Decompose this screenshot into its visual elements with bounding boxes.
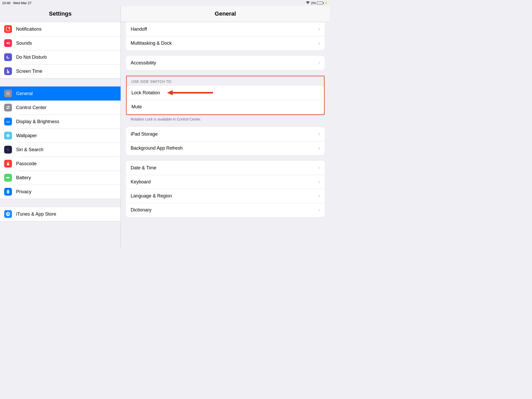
sidebar-item-label: Passcode: [16, 161, 37, 167]
detail-row-label: iPad Storage: [131, 131, 158, 137]
detail-row-label: Dictionary: [131, 207, 151, 213]
sidebar-item-label: Screen Time: [16, 69, 42, 74]
chevron-right-icon: ›: [318, 145, 320, 152]
svg-point-1: [9, 28, 10, 29]
annotation-arrow: [167, 90, 213, 95]
annotation-highlight: Use Side Switch To:Lock RotationMute: [126, 76, 325, 115]
sidebar-item-label: Battery: [16, 175, 31, 181]
chevron-right-icon: ›: [318, 26, 320, 32]
dnd-icon: [4, 53, 12, 61]
settings-sidebar: Settings NotificationsSoundsDo Not Distu…: [0, 6, 121, 248]
svg-point-6: [9, 108, 9, 109]
svg-point-5: [7, 106, 8, 107]
chevron-right-icon: ›: [318, 59, 320, 66]
chevron-right-icon: ›: [318, 164, 320, 171]
detail-row-label: Accessibility: [131, 60, 156, 66]
svg-text:AA: AA: [6, 120, 10, 123]
status-time: 10:40: [2, 1, 11, 5]
wifi-icon: [306, 1, 310, 5]
wallpaper-icon: [4, 132, 12, 139]
svg-rect-17: [6, 177, 9, 178]
sidebar-item-label: iTunes & App Store: [16, 211, 56, 217]
detail-pane: General Handoff›Multitasking & Dock›Acce…: [121, 6, 330, 248]
svg-rect-18: [10, 177, 10, 178]
chevron-right-icon: ›: [318, 131, 320, 137]
detail-row-handoff[interactable]: Handoff›: [126, 22, 325, 36]
svg-rect-16: [7, 163, 9, 165]
sidebar-item-itunes-app-store[interactable]: iTunes & App Store: [0, 207, 121, 221]
sidebar-item-passcode[interactable]: Passcode: [0, 157, 121, 171]
detail-row-language-region[interactable]: Language & Region›: [126, 189, 325, 203]
status-date: Wed Mar 27: [13, 1, 32, 5]
detail-row-label: Mute: [131, 104, 142, 110]
sidebar-title: Settings: [0, 6, 121, 22]
sidebar-item-display-brightness[interactable]: AADisplay & Brightness: [0, 115, 121, 129]
detail-row-keyboard[interactable]: Keyboard›: [126, 175, 325, 189]
detail-row-date-time[interactable]: Date & Time›: [126, 161, 325, 175]
controlcenter-icon: [4, 104, 12, 111]
detail-row-ipad-storage[interactable]: iPad Storage›: [126, 127, 325, 141]
sidebar-item-battery[interactable]: Battery: [0, 171, 121, 185]
battery-icon: [4, 174, 12, 182]
detail-row-label: Date & Time: [131, 165, 156, 171]
detail-row-label: Multitasking & Dock: [131, 41, 172, 46]
svg-point-9: [8, 135, 9, 136]
svg-point-2: [8, 93, 9, 94]
battery-icon: [317, 2, 323, 4]
chevron-right-icon: ›: [318, 207, 320, 214]
detail-row-dictionary[interactable]: Dictionary›: [126, 203, 325, 217]
detail-row-accessibility[interactable]: Accessibility›: [126, 56, 325, 70]
sidebar-item-notifications[interactable]: Notifications: [0, 22, 121, 36]
chevron-right-icon: ›: [318, 193, 320, 200]
section-footer: Rotation Lock is available in Control Ce…: [126, 115, 325, 121]
sidebar-item-label: General: [16, 91, 33, 96]
status-bar: 10:40 Wed Mar 27 2% ⚡: [0, 0, 330, 6]
privacy-icon: [4, 188, 12, 196]
screentime-icon: [4, 67, 12, 75]
section-header: Use Side Switch To:: [127, 76, 324, 86]
sidebar-item-label: Notifications: [16, 26, 42, 32]
sidebar-item-privacy[interactable]: Privacy: [0, 185, 121, 199]
svg-point-13: [6, 148, 10, 151]
sidebar-item-do-not-disturb[interactable]: Do Not Disturb: [0, 50, 121, 64]
charging-icon: ⚡: [324, 1, 328, 5]
sidebar-item-control-center[interactable]: Control Center: [0, 101, 121, 115]
siri-icon: [4, 146, 12, 154]
sidebar-item-label: Wallpaper: [16, 133, 37, 138]
detail-row-label: Language & Region: [131, 193, 172, 199]
sidebar-item-label: Siri & Search: [16, 147, 43, 152]
sidebar-item-wallpaper[interactable]: Wallpaper: [0, 129, 121, 143]
status-battery-pct: 2%: [311, 1, 316, 5]
display-icon: AA: [4, 118, 12, 125]
detail-row-background-app-refresh[interactable]: Background App Refresh›: [126, 141, 325, 155]
sidebar-item-sounds[interactable]: Sounds: [0, 36, 121, 50]
appstore-icon: [4, 210, 12, 218]
sidebar-item-siri-search[interactable]: Siri & Search: [0, 143, 121, 157]
chevron-right-icon: ›: [318, 179, 320, 185]
detail-row-label: Lock Rotation: [131, 90, 160, 96]
sidebar-item-label: Control Center: [16, 105, 46, 110]
sidebar-item-label: Privacy: [16, 189, 31, 195]
sidebar-item-label: Sounds: [16, 41, 32, 46]
sidebar-item-screen-time[interactable]: Screen Time: [0, 64, 121, 78]
sidebar-item-label: Display & Brightness: [16, 119, 59, 124]
detail-row-lock-rotation[interactable]: Lock Rotation: [127, 86, 324, 100]
detail-row-label: Background App Refresh: [131, 145, 183, 151]
general-icon: [4, 90, 12, 97]
detail-row-label: Handoff: [131, 26, 147, 32]
detail-row-mute[interactable]: Mute: [127, 100, 324, 114]
chevron-right-icon: ›: [318, 40, 320, 47]
detail-row-label: Keyboard: [131, 179, 151, 185]
passcode-icon: [4, 160, 12, 168]
sounds-icon: [4, 39, 12, 47]
detail-title: General: [121, 6, 330, 22]
detail-row-multitasking-dock[interactable]: Multitasking & Dock›: [126, 36, 325, 50]
notifications-icon: [4, 25, 12, 33]
sidebar-item-label: Do Not Disturb: [16, 55, 47, 60]
sidebar-item-general[interactable]: General: [0, 87, 121, 101]
